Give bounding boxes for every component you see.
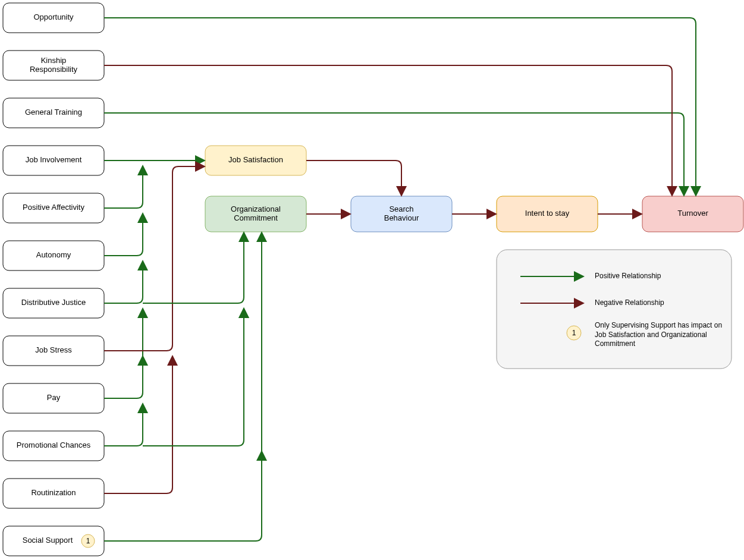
node-routinization: Routinization	[3, 479, 104, 508]
legend: Positive Relationship Negative Relations…	[497, 250, 732, 369]
node-search-behaviour: Search Behaviour	[351, 196, 452, 232]
edge-jobstress-js	[104, 166, 204, 351]
edge-social-oc	[104, 233, 262, 541]
edge-opportunity-turnover	[104, 18, 696, 195]
node-social-support: Social Support 1	[3, 526, 104, 556]
edge-js-search	[306, 161, 401, 195]
label: General Training	[25, 108, 82, 117]
edge-posaff-js	[104, 166, 143, 208]
label-line2: Behaviour	[384, 213, 419, 222]
label: Distributive Justice	[21, 298, 86, 307]
node-autonomy: Autonomy	[3, 241, 104, 270]
label: Routinization	[31, 488, 76, 497]
edge-promo-oc	[143, 309, 244, 446]
label-line2: Commitment	[234, 213, 278, 222]
node-kinship: Kinship Responsibility	[3, 51, 104, 80]
label: Opportunity	[33, 12, 74, 21]
label-line1: Organizational	[231, 205, 281, 213]
label: Promotional Chances	[17, 441, 91, 449]
node-org-commitment: Organizational Commitment	[205, 196, 306, 232]
edge-promo-js	[104, 404, 143, 446]
edge-distjustice-oc	[143, 233, 244, 303]
edge-kinship-turnover	[104, 65, 672, 195]
edge-routinization-js	[104, 357, 172, 493]
turnover-diagram: Opportunity Kinship Responsibility Gener…	[0, 0, 744, 560]
edge-distjustice-js	[104, 262, 143, 303]
label-line2: Responsibility	[30, 65, 78, 74]
label: Autonomy	[36, 250, 71, 259]
node-general-training: General Training	[3, 98, 104, 128]
label-line1: Search	[389, 205, 413, 213]
note-badge-number: 1	[86, 537, 90, 545]
label: Job Involvement	[26, 155, 82, 164]
edge-autonomy-js	[104, 214, 143, 256]
node-opportunity: Opportunity	[3, 3, 104, 33]
label: Social Support	[23, 536, 73, 545]
node-promotional-chances: Promotional Chances	[3, 431, 104, 461]
node-job-stress: Job Stress	[3, 336, 104, 366]
node-pay: Pay	[3, 383, 104, 413]
node-turnover: Turnover	[642, 196, 743, 232]
label: Turnover	[677, 209, 708, 218]
label: Job Satisfaction	[228, 155, 283, 164]
label-line1: Kinship	[41, 56, 67, 65]
label: Positive Affectivity	[23, 203, 84, 212]
node-job-involvement: Job Involvement	[3, 146, 104, 175]
node-job-satisfaction: Job Satisfaction	[205, 146, 306, 175]
edge-pay-js	[104, 357, 143, 398]
label: Intent to stay	[525, 209, 570, 218]
node-intent-to-stay: Intent to stay	[497, 196, 598, 232]
legend-pos-label: Positive Relationship	[595, 272, 661, 280]
legend-note-text: Only Supervising Support has impact on J…	[595, 321, 723, 349]
legend-note-number: 1	[572, 329, 576, 337]
node-positive-affectivity: Positive Affectivity	[3, 193, 104, 223]
edge-training-turnover	[104, 113, 684, 195]
label: Job Stress	[35, 345, 72, 354]
label: Pay	[47, 393, 61, 402]
node-distributive-justice: Distributive Justice	[3, 288, 104, 318]
legend-neg-label: Negative Relationship	[595, 298, 664, 307]
